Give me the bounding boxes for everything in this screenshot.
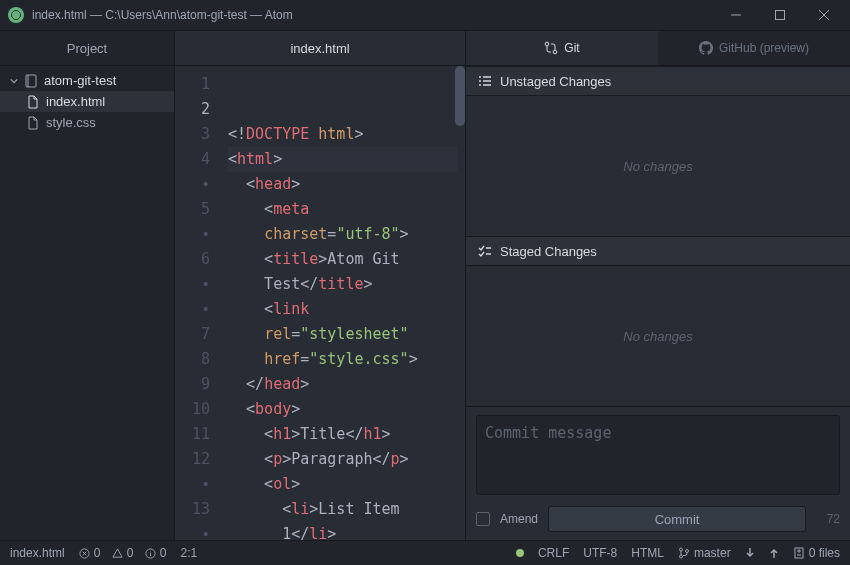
svg-rect-1 — [776, 11, 785, 20]
tree-root-label: atom-git-test — [44, 73, 116, 88]
status-file[interactable]: index.html — [10, 546, 65, 560]
warning-icon — [112, 548, 123, 559]
git-panel: Git GitHub (preview) Unstaged Changes No… — [465, 31, 850, 540]
status-cursor[interactable]: 2:1 — [180, 546, 197, 560]
checklist-icon — [478, 244, 492, 258]
status-fetch[interactable] — [745, 547, 755, 559]
git-tabbar: Git GitHub (preview) — [466, 31, 850, 66]
unstaged-empty-text: No changes — [623, 159, 692, 174]
close-button[interactable] — [802, 0, 846, 30]
atom-app-icon — [8, 7, 24, 23]
branch-icon — [678, 547, 690, 559]
svg-point-9 — [479, 80, 481, 82]
chevron-down-icon — [10, 77, 18, 85]
svg-point-23 — [679, 555, 682, 558]
commit-button[interactable]: Commit — [548, 506, 806, 532]
status-branch[interactable]: master — [678, 546, 731, 560]
window-title: index.html — C:\Users\Ann\atom-git-test … — [32, 8, 293, 22]
project-panel: Project atom-git-test index.htmlstyle.cs… — [0, 31, 175, 540]
status-push[interactable] — [769, 547, 779, 559]
svg-point-8 — [479, 76, 481, 78]
info-icon — [145, 548, 156, 559]
file-icon — [26, 95, 40, 109]
svg-point-24 — [685, 550, 688, 553]
svg-point-22 — [679, 548, 682, 551]
statusbar: index.html 0 0 0 2:1 CRLF UTF-8 HTML mas… — [0, 540, 850, 565]
editor-tab[interactable]: index.html — [175, 31, 465, 65]
arrow-down-icon — [745, 547, 755, 559]
unstaged-header-label: Unstaged Changes — [500, 74, 611, 89]
status-line-ending[interactable]: CRLF — [538, 546, 569, 560]
repo-icon — [24, 74, 38, 88]
gutter: 1234•5•6••789101112•13• — [175, 66, 220, 540]
window-controls — [714, 0, 846, 30]
staged-header[interactable]: Staged Changes — [466, 236, 850, 266]
svg-point-7 — [554, 50, 558, 54]
arrow-up-icon — [769, 547, 779, 559]
unstaged-body: No changes — [466, 96, 850, 236]
git-tab-label: Git — [564, 41, 579, 55]
commit-message-input[interactable] — [476, 415, 840, 495]
editor-panel: index.html 1234•5•6••789101112•13• <!DOC… — [175, 31, 465, 540]
status-diagnostics[interactable]: 0 0 0 — [79, 546, 167, 560]
file-icon — [26, 116, 40, 130]
tree-file-label: index.html — [46, 94, 105, 109]
editor-tabbar: index.html — [175, 31, 465, 66]
tree-root[interactable]: atom-git-test — [0, 70, 174, 91]
commit-button-label: Commit — [655, 512, 700, 527]
git-tab[interactable]: Git — [466, 31, 658, 65]
git-compare-icon — [544, 41, 558, 55]
amend-checkbox[interactable] — [476, 512, 490, 526]
code-content[interactable]: <!DOCTYPE html><html> <head> <meta chars… — [220, 66, 465, 540]
editor-scrollbar[interactable] — [455, 66, 465, 126]
amend-label: Amend — [500, 512, 538, 526]
tree-file[interactable]: index.html — [0, 91, 174, 112]
svg-point-6 — [546, 42, 550, 46]
list-icon — [478, 74, 492, 88]
status-encoding[interactable]: UTF-8 — [583, 546, 617, 560]
editor-tab-label: index.html — [290, 41, 349, 56]
github-tab-label: GitHub (preview) — [719, 41, 809, 55]
error-icon — [79, 548, 90, 559]
commit-area: Amend Commit 72 — [466, 406, 850, 540]
staged-body: No changes — [466, 266, 850, 406]
code-area[interactable]: 1234•5•6••789101112•13• <!DOCTYPE html><… — [175, 66, 465, 540]
status-clean-indicator — [516, 549, 524, 557]
unstaged-header[interactable]: Unstaged Changes — [466, 66, 850, 96]
tree-file[interactable]: style.css — [0, 112, 174, 133]
status-grammar[interactable]: HTML — [631, 546, 664, 560]
minimize-button[interactable] — [714, 0, 758, 30]
titlebar: index.html — C:\Users\Ann\atom-git-test … — [0, 0, 850, 30]
diff-icon — [793, 547, 805, 559]
staged-empty-text: No changes — [623, 329, 692, 344]
project-tree: atom-git-test index.htmlstyle.css — [0, 66, 174, 137]
tree-file-label: style.css — [46, 115, 96, 130]
staged-header-label: Staged Changes — [500, 244, 597, 259]
github-tab[interactable]: GitHub (preview) — [658, 31, 850, 65]
maximize-button[interactable] — [758, 0, 802, 30]
status-files[interactable]: 0 files — [793, 546, 840, 560]
svg-point-10 — [479, 84, 481, 86]
project-header: Project — [0, 31, 174, 66]
commit-char-count: 72 — [816, 512, 840, 526]
github-icon — [699, 41, 713, 55]
